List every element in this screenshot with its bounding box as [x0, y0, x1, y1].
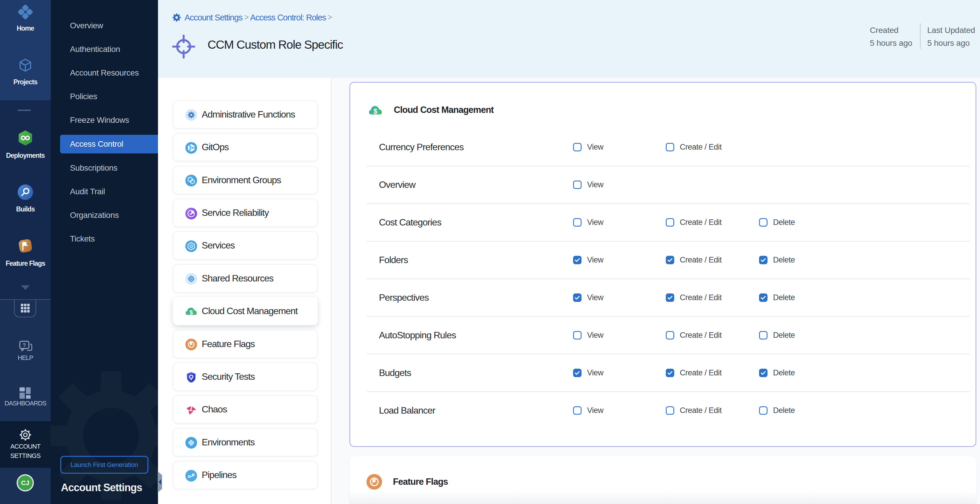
svg-text:$: $ [374, 108, 377, 115]
svg-text:?: ? [23, 342, 26, 348]
svg-text:$: $ [190, 309, 193, 316]
